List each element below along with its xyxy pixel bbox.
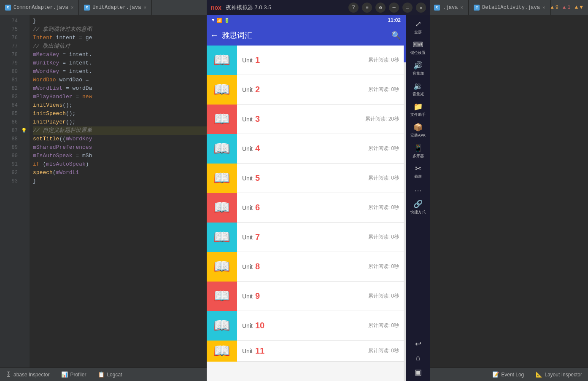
unit-item-2[interactable]: 📖 Unit 2 累计阅读: 0秒	[207, 75, 406, 105]
unit-item-11[interactable]: 📖 Unit 11 累计阅读: 0秒	[207, 341, 406, 362]
shortcut-label: 快捷方式	[410, 209, 426, 215]
unit-number-1: 1	[255, 55, 260, 65]
keyboard-settings-btn[interactable]: ⌨ 键位设置	[407, 38, 429, 58]
unit-item-1[interactable]: 📖 Unit 1 累计阅读: 0秒	[207, 46, 406, 75]
home-btn[interactable]: ⌂	[407, 351, 429, 365]
bottom-tab-layout-label: Layout Inspector	[545, 372, 582, 378]
unit-info-4: Unit 4	[237, 144, 368, 153]
emu-maximize-btn[interactable]: □	[402, 3, 413, 13]
emu-minimize-btn[interactable]: —	[389, 3, 399, 13]
unit-item-4[interactable]: 📖 Unit 4 累计阅读: 0秒	[207, 134, 406, 164]
unit-icon-box-1: 📖	[207, 46, 237, 75]
unit-book-icon-4: 📖	[213, 140, 230, 157]
keyboard-label: 键位设置	[410, 50, 426, 56]
bottom-tab-logcat[interactable]: 📋 Logcat	[95, 370, 124, 379]
unit-item-9[interactable]: 📖 Unit 9 累计阅读: 0秒	[207, 282, 406, 311]
tab-java[interactable]: C .java ✕	[429, 0, 469, 15]
unit-number-9: 9	[255, 291, 260, 301]
emu-close-btn[interactable]: ✕	[416, 3, 426, 13]
unit-info-10: Unit 10	[237, 321, 368, 330]
emulator-titlebar: nox 夜神模拟器 7.0.3.5 ? ≡ ⚙ — □ ✕	[207, 0, 430, 15]
unit-stats-11: 累计阅读: 0秒	[368, 347, 399, 354]
tab-close-common[interactable]: ✕	[71, 5, 74, 10]
recents-btn[interactable]: ▣	[407, 365, 429, 379]
file-icon: 📁	[413, 102, 423, 111]
tab-detail-activity[interactable]: C DetailActivity.java ✕	[469, 0, 550, 15]
back-nav-btn[interactable]: ↩	[407, 337, 429, 351]
emu-menu-btn[interactable]: ≡	[362, 3, 372, 13]
unit-icon-box-2: 📖	[207, 75, 237, 105]
emu-settings-btn[interactable]: ⚙	[375, 3, 386, 13]
search-button[interactable]: 🔍	[391, 31, 401, 40]
more-btn[interactable]: …	[407, 182, 429, 197]
keyboard-icon: ⌨	[413, 40, 423, 49]
tab-common-adapter[interactable]: C CommonAdapter.java ✕	[0, 0, 79, 15]
unit-label-3: Unit	[242, 116, 253, 123]
unit-info-5: Unit 5	[237, 173, 368, 183]
tab-label-common: CommonAdapter.java	[13, 5, 68, 11]
unit-icon-box-8: 📖	[207, 252, 237, 282]
unit-info-7: Unit 7	[237, 232, 368, 242]
unit-book-icon-9: 📖	[213, 288, 230, 305]
file-label: 文件助手	[410, 112, 426, 118]
tab-label-detail: DetailActivity.java	[482, 5, 540, 11]
unit-item-10[interactable]: 📖 Unit 10 累计阅读: 0秒	[207, 311, 406, 341]
emulator-window: nox 夜神模拟器 7.0.3.5 ? ≡ ⚙ — □ ✕ ▼ 📶 🔋 11:0…	[207, 0, 430, 381]
fullscreen-label: 全屏	[414, 30, 422, 35]
emulator-title: 夜神模拟器 7.0.3.5	[226, 4, 344, 11]
emu-help-btn[interactable]: ?	[348, 3, 359, 13]
multi-open-btn[interactable]: 📱 多开器	[407, 141, 429, 161]
unit-item-3[interactable]: 📖 Unit 3 累计阅读: 20秒	[207, 105, 406, 134]
emulator-logo: nox	[211, 4, 221, 11]
unit-number-10: 10	[255, 321, 264, 330]
unit-book-icon-6: 📖	[213, 199, 230, 216]
unit-book-icon-2: 📖	[213, 81, 230, 98]
nav-down-btn[interactable]: ▼	[580, 4, 583, 11]
tab-icon-unit: C	[84, 5, 90, 11]
fullscreen-btn[interactable]: ⤢ 全屏	[407, 17, 429, 38]
volume-up-btn[interactable]: 🔊 音量加	[407, 58, 429, 79]
install-apk-btn[interactable]: 📦 安装APK	[407, 120, 429, 141]
tab-unit-adapter[interactable]: C UnitAdapter.java ✕	[79, 0, 152, 15]
tab-close-unit[interactable]: ✕	[143, 5, 146, 10]
file-assistant-btn[interactable]: 📁 文件助手	[407, 99, 429, 120]
unit-item-8[interactable]: 📖 Unit 8 累计阅读: 0秒	[207, 252, 406, 282]
unit-icon-box-11: 📖	[207, 341, 237, 362]
bottom-tab-layout-inspector[interactable]: 📐 Layout Inspector	[533, 370, 585, 379]
unit-item-5[interactable]: 📖 Unit 5 累计阅读: 0秒	[207, 164, 406, 193]
unit-item-6[interactable]: 📖 Unit 6 累计阅读: 0秒	[207, 193, 406, 223]
unit-book-icon-8: 📖	[213, 258, 230, 275]
emulator-right-controls: ⤢ 全屏 ⌨ 键位设置 🔊 音量加 🔉 音量减 📁 文件助手 📦 安装APK	[406, 15, 430, 381]
unit-icon-box-10: 📖	[207, 311, 237, 341]
scrollbar-thumb[interactable]	[404, 46, 406, 62]
unit-label-1: Unit	[242, 57, 253, 64]
tab-close-java[interactable]: ✕	[460, 5, 463, 10]
tab-icon-java: C	[434, 5, 440, 11]
warning-bar: ▲ 9 ▲ 1 ▲ ▼	[551, 0, 588, 15]
back-button[interactable]: ←	[212, 31, 217, 40]
status-icons: ▼ 📶 🔋	[212, 18, 230, 23]
screenshot-btn[interactable]: ✂ 截屏	[407, 161, 429, 182]
unit-label-10: Unit	[242, 322, 253, 329]
event-log-icon: 📝	[492, 371, 499, 378]
screenshot-icon: ✂	[415, 164, 421, 173]
nav-up-btn[interactable]: ▲	[575, 4, 578, 11]
bulb-icon[interactable]: 💡	[21, 126, 30, 135]
gutter-margin: 💡	[21, 15, 30, 368]
unit-icon-box-9: 📖	[207, 282, 237, 311]
bottom-tab-database[interactable]: 🗄 abase Inspector	[3, 370, 52, 379]
unit-number-11: 11	[255, 346, 264, 356]
scrollbar-track[interactable]	[404, 46, 406, 381]
wifi-icon: ▼	[212, 18, 215, 23]
unit-label-7: Unit	[242, 234, 253, 241]
shortcut-btn[interactable]: 🔗 快捷方式	[407, 197, 429, 217]
multi-label: 多开器	[413, 153, 424, 159]
bottom-tab-profiler[interactable]: 📊 Profiler	[59, 370, 89, 379]
unit-icon-box-3: 📖	[207, 105, 237, 134]
unit-stats-9: 累计阅读: 0秒	[368, 292, 399, 300]
tab-close-detail[interactable]: ✕	[542, 5, 545, 10]
bottom-tab-event-log[interactable]: 📝 Event Log	[490, 370, 526, 379]
unit-item-7[interactable]: 📖 Unit 7 累计阅读: 0秒	[207, 223, 406, 252]
volume-down-btn[interactable]: 🔉 音量减	[407, 79, 429, 99]
unit-info-1: Unit 1	[237, 55, 368, 65]
